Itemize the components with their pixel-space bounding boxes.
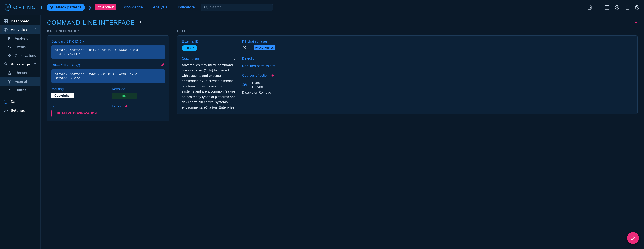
tab-indicators[interactable]: Indicators bbox=[175, 4, 198, 10]
tabs: Overview Knowledge Analysis Indicators bbox=[95, 4, 197, 10]
nodes-icon bbox=[50, 6, 54, 9]
sidebar-item-label: Data bbox=[11, 100, 18, 104]
details-heading: DETAILS bbox=[177, 30, 638, 33]
chevron-up-icon: ⌃ bbox=[34, 62, 37, 66]
top-icons bbox=[587, 3, 640, 12]
card-icon bbox=[8, 88, 12, 92]
courses-of-action-label[interactable]: Courses of action bbox=[242, 73, 633, 78]
svg-point-22 bbox=[10, 56, 11, 57]
tab-knowledge[interactable]: Knowledge bbox=[121, 4, 145, 10]
flask-icon bbox=[8, 71, 12, 75]
external-id-chip[interactable]: T0807 bbox=[182, 45, 198, 51]
tab-analysis[interactable]: Analysis bbox=[150, 4, 170, 10]
sidebar-item-label: Observations bbox=[15, 54, 36, 58]
layers-icon bbox=[8, 79, 12, 84]
timeline-icon bbox=[8, 45, 12, 49]
detection-label[interactable]: Detection bbox=[242, 56, 633, 60]
sidebar-item-label: Events bbox=[15, 45, 26, 49]
account-icon[interactable] bbox=[635, 5, 640, 10]
basic-info-card: Standard STIX ID i attack-pattern--c165a… bbox=[47, 35, 170, 121]
svg-point-0 bbox=[50, 6, 51, 7]
chevron-down-icon[interactable]: ⌄ bbox=[233, 56, 236, 61]
svg-rect-14 bbox=[4, 22, 6, 23]
description-text: Adversaries may utilize command-line int… bbox=[182, 62, 236, 110]
sidebar-item-observations[interactable]: Observations bbox=[0, 51, 40, 60]
permissions-label[interactable]: Required permissions bbox=[242, 64, 633, 68]
svg-rect-19 bbox=[10, 47, 11, 48]
sidebar-item-threats[interactable]: Threats bbox=[0, 68, 40, 77]
other-stix-value[interactable]: attack-pattern--24a9253e-8948-4c98-b751-… bbox=[52, 70, 165, 83]
svg-point-8 bbox=[615, 6, 619, 9]
sidebar-item-data[interactable]: Data bbox=[0, 98, 40, 106]
search-icon bbox=[204, 6, 208, 9]
author-label: Author bbox=[52, 104, 104, 108]
marking-label: Marking bbox=[52, 87, 104, 91]
coa-item[interactable]: Execu Preven bbox=[242, 81, 633, 89]
sidebar-item-entities[interactable]: Entities bbox=[0, 86, 40, 94]
edit-fab[interactable] bbox=[627, 232, 639, 244]
revoked-badge: NO bbox=[112, 93, 136, 99]
svg-rect-13 bbox=[6, 20, 7, 21]
sidebar-item-settings[interactable]: Settings bbox=[0, 106, 40, 115]
svg-point-23 bbox=[5, 62, 7, 65]
coa-item-label: Execu Preven bbox=[252, 81, 263, 89]
calendar-clipboard-icon[interactable] bbox=[587, 5, 592, 10]
chart-icon[interactable] bbox=[604, 5, 610, 10]
sidebar-separator bbox=[0, 96, 40, 96]
svg-point-3 bbox=[204, 6, 207, 8]
sidebar-group-knowledge[interactable]: Knowledge ⌃ bbox=[0, 60, 40, 68]
sidebar-item-label: Threats bbox=[15, 71, 27, 75]
svg-point-21 bbox=[8, 56, 10, 57]
tab-overview[interactable]: Overview bbox=[95, 4, 116, 10]
revoked-label: Revoked bbox=[112, 87, 165, 91]
brand-text: OPENCTI bbox=[13, 4, 43, 10]
brand-logo[interactable]: OPENCTI bbox=[4, 4, 43, 11]
breadcrumb-chip[interactable]: Attack patterns bbox=[47, 4, 85, 11]
sidebar-item-arsenal[interactable]: Arsenal bbox=[0, 77, 40, 86]
sidebar-item-label: Dashboard bbox=[11, 19, 30, 23]
author-chip[interactable]: THE MITRE CORPORATION bbox=[52, 110, 100, 117]
basic-info-heading: BASIC INFORMATION bbox=[47, 30, 170, 33]
kill-chain-tag[interactable]: execution-ics bbox=[254, 46, 275, 50]
sidebar-item-dashboard[interactable]: Dashboard bbox=[0, 17, 40, 26]
compass-icon[interactable] bbox=[614, 5, 620, 10]
pencil-icon[interactable] bbox=[161, 63, 165, 68]
info-icon[interactable]: i bbox=[76, 64, 80, 67]
marking-chip[interactable]: Copyright... bbox=[52, 93, 74, 98]
svg-point-11 bbox=[637, 6, 638, 7]
binoculars-icon bbox=[8, 54, 12, 58]
sidebar-item-label: Knowledge bbox=[11, 62, 30, 66]
search-input[interactable] bbox=[210, 5, 270, 9]
lightbulb-icon bbox=[4, 62, 8, 66]
database-icon bbox=[4, 100, 8, 104]
svg-line-4 bbox=[206, 8, 208, 9]
sidebar-drag-handle[interactable] bbox=[0, 26, 2, 33]
search-field[interactable] bbox=[201, 4, 273, 11]
sidebar-item-events[interactable]: Events bbox=[0, 43, 40, 51]
stix-id-value[interactable]: attack-pattern--c165a2bf-2504-569a-a8a3-… bbox=[52, 45, 165, 59]
sidebar-item-analysis[interactable]: Analysis bbox=[0, 34, 40, 43]
sidebar-item-label: Analysis bbox=[15, 36, 28, 40]
svg-point-26 bbox=[4, 100, 7, 101]
sidebar-group-activities[interactable]: Activities ⌃ bbox=[0, 26, 40, 34]
add-label-icon[interactable]: + bbox=[125, 104, 128, 109]
grid-icon bbox=[4, 19, 8, 23]
svg-point-2 bbox=[51, 8, 52, 8]
topbar: OPENCTI Attack patterns ❯ Overview Knowl… bbox=[0, 0, 644, 15]
add-button[interactable]: + bbox=[635, 20, 638, 26]
page-title: COMMAND-LINE INTERFACE bbox=[47, 19, 135, 26]
labels-label: Labels + bbox=[112, 104, 165, 109]
sidebar-item-label: Arsenal bbox=[15, 80, 27, 84]
other-stix-label: Other STIX IDs i bbox=[52, 63, 165, 68]
coa-item[interactable]: Disable or Remove bbox=[242, 90, 633, 94]
more-vert-icon[interactable]: ⋮ bbox=[138, 20, 143, 25]
upload-icon[interactable] bbox=[624, 5, 630, 10]
info-icon[interactable]: i bbox=[80, 40, 84, 43]
stix-id-label: Standard STIX ID i bbox=[52, 40, 165, 44]
description-label: Description ⌄ bbox=[182, 56, 236, 61]
svg-point-1 bbox=[52, 6, 53, 7]
coa-item-label: Disable or Remove bbox=[242, 90, 271, 94]
divider bbox=[598, 3, 598, 12]
external-link-icon[interactable] bbox=[242, 45, 247, 50]
details-card: External ID T0807 Description ⌄ Adversar… bbox=[177, 35, 638, 114]
